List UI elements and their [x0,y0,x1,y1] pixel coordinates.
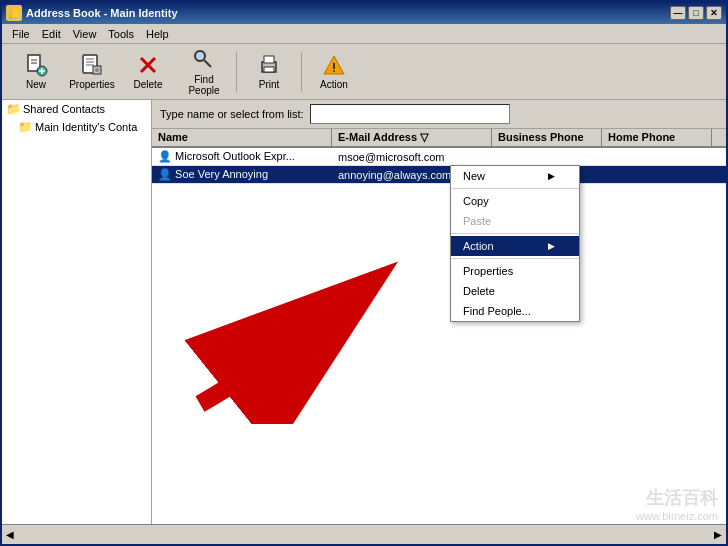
contact-email-outlook: msoe@microsoft.com [332,149,492,165]
scroll-right-button[interactable]: ▶ [714,529,722,540]
menu-view[interactable]: View [67,26,103,42]
ctx-properties-label: Properties [463,265,513,277]
context-menu: New ▶ Copy Paste Action ▶ Properties Del… [450,165,580,322]
ctx-paste[interactable]: Paste [451,211,579,231]
svg-point-11 [95,68,99,72]
search-input[interactable] [310,104,510,124]
ctx-delete[interactable]: Delete [451,281,579,301]
print-label: Print [259,79,280,90]
print-button[interactable]: Print [243,48,295,96]
ctx-copy-label: Copy [463,195,489,207]
menu-edit[interactable]: Edit [36,26,67,42]
svg-rect-19 [264,56,274,63]
menu-tools[interactable]: Tools [102,26,140,42]
svg-point-16 [197,53,203,59]
ctx-new-label: New [463,170,485,182]
ctx-action-label: Action [463,240,494,252]
list-header: Name E-Mail Address ▽ Business Phone Hom… [152,129,726,148]
contact-name-outlook: 👤 Microsoft Outlook Expr... [152,148,332,165]
action-icon [322,53,346,77]
main-window: 📒 Address Book - Main Identity — □ ✕ Fil… [0,0,728,546]
delete-icon [136,53,160,77]
app-icon: 📒 [6,5,22,21]
title-bar-text: 📒 Address Book - Main Identity [6,5,670,21]
left-panel: 📁 Shared Contacts 📁 Main Identity's Cont… [2,100,152,524]
contact-list: Name E-Mail Address ▽ Business Phone Hom… [152,129,726,524]
status-bar: ◀ ▶ [2,524,726,544]
properties-icon [80,53,104,77]
tree-shared-contacts[interactable]: 📁 Shared Contacts [2,100,151,118]
annoying-icon: 👤 [158,168,175,180]
maximize-button[interactable]: □ [688,6,704,20]
minimize-button[interactable]: — [670,6,686,20]
menu-bar: File Edit View Tools Help [2,24,726,44]
window-title: Address Book - Main Identity [26,7,178,19]
menu-file[interactable]: File [6,26,36,42]
contact-row-annoying[interactable]: 👤 Soe Very Annoying annoying@always.com [152,166,726,184]
ctx-new[interactable]: New ▶ [451,166,579,186]
contact-home-annoying [602,173,712,177]
ctx-properties[interactable]: Properties [451,261,579,281]
ctx-sep-2 [451,233,579,234]
delete-label: Delete [134,79,163,90]
new-icon [24,53,48,77]
ctx-find-people[interactable]: Find People... [451,301,579,321]
ctx-action[interactable]: Action ▶ [451,236,579,256]
svg-point-22 [333,70,335,72]
ctx-find-people-label: Find People... [463,305,531,317]
ctx-paste-label: Paste [463,215,491,227]
search-bar: Type name or select from list: [152,100,726,129]
action-label: Action [320,79,348,90]
contact-home-outlook [602,155,712,159]
ctx-sep-1 [451,188,579,189]
ctx-sep-3 [451,258,579,259]
contact-name-annoying: 👤 Soe Very Annoying [152,166,332,183]
toolbar: New Properties D [2,44,726,100]
outlook-icon: 👤 [158,150,175,162]
contact-biz-outlook [492,155,602,159]
new-label: New [26,79,46,90]
ctx-delete-label: Delete [463,285,495,297]
ctx-copy[interactable]: Copy [451,191,579,211]
tree-main-identity[interactable]: 📁 Main Identity's Conta [2,118,151,136]
properties-label: Properties [69,79,115,90]
toolbar-separator [236,52,237,92]
find-people-label: Find People [181,74,227,96]
main-identity-label: Main Identity's Conta [35,121,137,133]
shared-contacts-label: Shared Contacts [23,103,105,115]
main-identity-icon: 📁 [18,120,33,134]
menu-help[interactable]: Help [140,26,175,42]
scroll-left-button[interactable]: ◀ [6,529,14,540]
col-home-header[interactable]: Home Phone [602,129,712,146]
toolbar-separator-2 [301,52,302,92]
print-icon [257,53,281,77]
title-bar: 📒 Address Book - Main Identity — □ ✕ [2,2,726,24]
ctx-action-arrow: ▶ [548,241,555,251]
svg-line-15 [204,60,211,67]
properties-button[interactable]: Properties [66,48,118,96]
find-people-button[interactable]: Find People [178,48,230,96]
col-name-header[interactable]: Name [152,129,332,146]
contact-row-outlook[interactable]: 👤 Microsoft Outlook Expr... msoe@microso… [152,148,726,166]
col-email-header[interactable]: E-Mail Address ▽ [332,129,492,146]
svg-rect-18 [264,67,274,72]
main-area: 📁 Shared Contacts 📁 Main Identity's Cont… [2,100,726,524]
window-controls: — □ ✕ [670,6,722,20]
ctx-new-arrow: ▶ [548,171,555,181]
shared-contacts-icon: 📁 [6,102,21,116]
col-business-header[interactable]: Business Phone [492,129,602,146]
new-button[interactable]: New [10,48,62,96]
find-people-icon [192,48,216,72]
action-button[interactable]: Action [308,48,360,96]
search-label: Type name or select from list: [160,108,304,120]
right-panel: Type name or select from list: Name E-Ma… [152,100,726,524]
delete-button[interactable]: Delete [122,48,174,96]
close-button[interactable]: ✕ [706,6,722,20]
